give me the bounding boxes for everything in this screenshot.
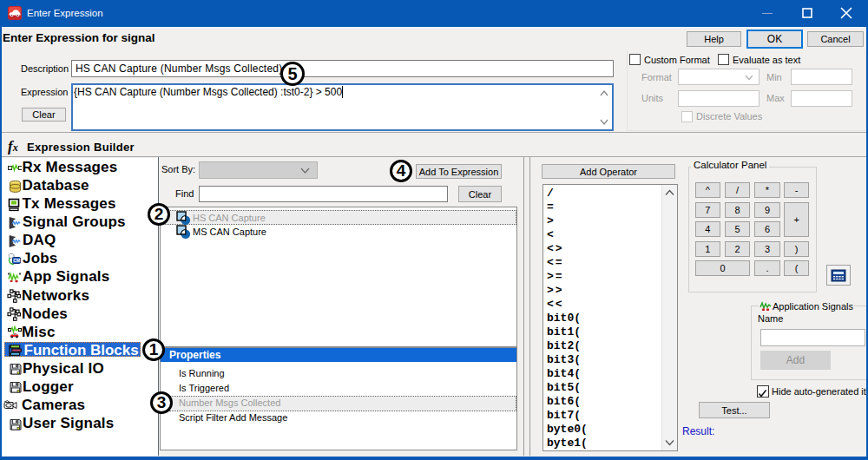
svg-text:CM: CM xyxy=(13,258,20,263)
